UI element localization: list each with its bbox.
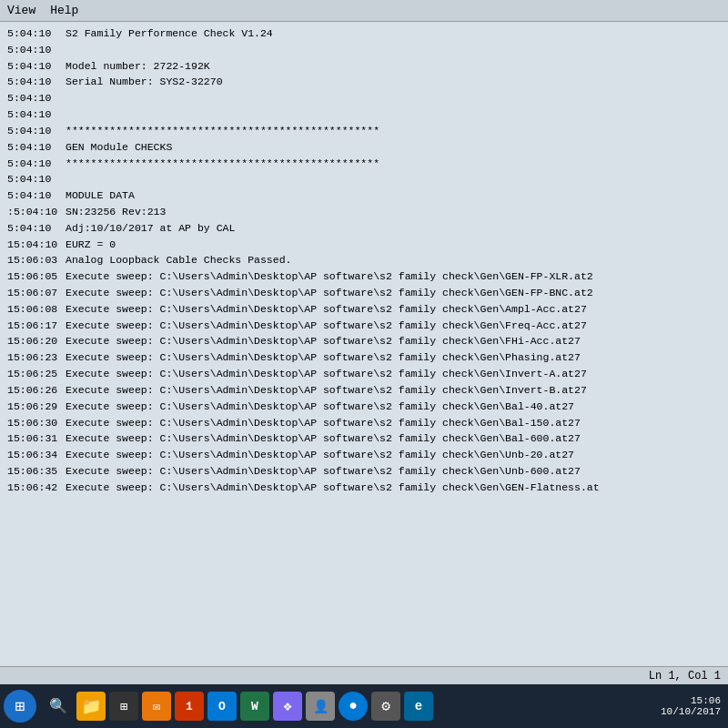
start-button[interactable] <box>4 690 36 723</box>
log-timestamp: 5:04:10 <box>7 220 62 237</box>
log-message: Execute sweep: C:\Users\Admin\Desktop\AP… <box>62 285 593 301</box>
log-timestamp: 15:06:05 <box>7 268 62 285</box>
log-line: 5:04:10Model number: 2722-192K <box>7 58 721 75</box>
log-timestamp: 15:06:42 <box>7 480 62 496</box>
log-timestamp: 15:06:20 <box>7 333 62 349</box>
log-line: 5:04:10 Adj:10/10/2017 at AP by CAL <box>7 220 721 237</box>
log-line: 15:06:07Execute sweep: C:\Users\Admin\De… <box>7 285 721 301</box>
log-line: 15:06:05Execute sweep: C:\Users\Admin\De… <box>7 268 721 285</box>
log-timestamp: 5:04:10 <box>7 187 62 204</box>
edge-icon[interactable]: e <box>404 692 433 721</box>
taskbar-clock: 15:06 10/10/2017 <box>661 695 721 717</box>
log-line: 5:04:10MODULE DATA <box>7 187 721 204</box>
log-timestamp: 15:06:17 <box>7 318 62 334</box>
log-line: 15:06:20Execute sweep: C:\Users\Admin\De… <box>7 333 721 349</box>
mail-icon[interactable]: ✉ <box>142 692 171 721</box>
chrome-icon[interactable]: ● <box>339 692 368 721</box>
log-message: Execute sweep: C:\Users\Admin\Desktop\AP… <box>62 463 581 480</box>
onepassword-icon[interactable]: 1 <box>175 692 204 721</box>
log-line: 5:04:10*********************************… <box>7 123 721 139</box>
log-timestamp: 15:06:34 <box>7 447 62 463</box>
log-message: Execute sweep: C:\Users\Admin\Desktop\AP… <box>62 268 593 285</box>
log-message: ****************************************… <box>62 123 379 139</box>
log-message: Analog Loopback Cable Checks Passed. <box>62 252 291 268</box>
log-line: 15:06:42Execute sweep: C:\Users\Admin\De… <box>7 480 721 496</box>
log-line: 15:06:25Execute sweep: C:\Users\Admin\De… <box>7 366 721 382</box>
status-bar: Ln 1, Col 1 <box>0 666 728 684</box>
log-timestamp: 15:06:31 <box>7 430 62 447</box>
log-message: EURZ = 0 <box>62 237 116 253</box>
log-line: 15:06:31Execute sweep: C:\Users\Admin\De… <box>7 430 721 447</box>
log-line: :5:04:10 SN:23256 Rev:213 <box>7 204 721 220</box>
log-timestamp: 15:06:29 <box>7 399 62 415</box>
log-timestamp: 15:06:26 <box>7 382 62 399</box>
log-timestamp: 5:04:10 <box>7 123 62 139</box>
log-timestamp: 15:06:23 <box>7 349 62 366</box>
log-message: Execute sweep: C:\Users\Admin\Desktop\AP… <box>62 349 581 366</box>
log-line: 15:06:17Execute sweep: C:\Users\Admin\De… <box>7 318 721 334</box>
log-message: Model number: 2722-192K <box>62 58 210 75</box>
log-timestamp: 5:04:10 <box>7 106 62 123</box>
log-timestamp: 15:04:10 <box>7 237 62 253</box>
cursor-position: Ln 1, Col 1 <box>649 670 721 682</box>
log-message: Execute sweep: C:\Users\Admin\Desktop\AP… <box>62 415 581 431</box>
log-timestamp: 5:04:10 <box>7 171 62 187</box>
log-line: 5:04:10 <box>7 90 721 106</box>
menu-help[interactable]: Help <box>50 4 78 17</box>
log-line: 5:04:10GEN Module CHECKS <box>7 139 721 156</box>
log-timestamp: 5:04:10 <box>7 25 62 42</box>
log-line: 5:04:10S2 Family Performence Check V1.24 <box>7 25 721 42</box>
log-timestamp: 5:04:10 <box>7 90 62 106</box>
log-message <box>62 171 66 187</box>
people-icon[interactable]: 👤 <box>306 692 335 721</box>
file-explorer-icon[interactable]: 📁 <box>76 692 106 721</box>
log-message: GEN Module CHECKS <box>62 139 172 156</box>
log-timestamp: 15:06:07 <box>7 285 62 301</box>
log-timestamp: 5:04:10 <box>7 156 62 172</box>
log-message: ****************************************… <box>62 156 379 172</box>
log-message: Execute sweep: C:\Users\Admin\Desktop\AP… <box>62 301 587 318</box>
settings-icon[interactable]: ⚙ <box>371 692 400 721</box>
log-timestamp: 5:04:10 <box>7 139 62 156</box>
log-message: Execute sweep: C:\Users\Admin\Desktop\AP… <box>62 333 581 349</box>
log-line: 15:06:26Execute sweep: C:\Users\Admin\De… <box>7 382 721 399</box>
log-line: 15:06:30Execute sweep: C:\Users\Admin\De… <box>7 415 721 431</box>
log-message: Execute sweep: C:\Users\Admin\Desktop\AP… <box>62 430 581 447</box>
log-message: Execute sweep: C:\Users\Admin\Desktop\AP… <box>62 399 574 415</box>
log-timestamp: 15:06:35 <box>7 463 62 480</box>
apps-icon[interactable]: ⊞ <box>109 692 138 721</box>
log-timestamp: 5:04:10 <box>7 74 62 90</box>
log-message: Serial Number: SYS2-32270 <box>62 74 223 90</box>
log-line: 15:06:35Execute sweep: C:\Users\Admin\De… <box>7 463 721 480</box>
log-message <box>62 90 66 106</box>
outlook-icon[interactable]: O <box>207 692 237 721</box>
log-message: MODULE DATA <box>62 187 135 204</box>
log-line: 15:06:08Execute sweep: C:\Users\Admin\De… <box>7 301 721 318</box>
log-line: 15:06:03Analog Loopback Cable Checks Pas… <box>7 252 721 268</box>
log-message <box>62 42 66 58</box>
log-timestamp: 15:06:30 <box>7 415 62 431</box>
msapps-icon[interactable]: ❖ <box>273 692 302 721</box>
log-timestamp: 15:06:25 <box>7 366 62 382</box>
log-timestamp: 5:04:10 <box>7 42 62 58</box>
word-icon[interactable]: W <box>240 692 269 721</box>
menu-view[interactable]: View <box>7 4 35 17</box>
log-message: SN:23256 Rev:213 <box>62 204 166 220</box>
log-message: Execute sweep: C:\Users\Admin\Desktop\AP… <box>62 480 600 496</box>
log-line: 5:04:10Serial Number: SYS2-32270 <box>7 74 721 90</box>
log-timestamp: 5:04:10 <box>7 58 62 75</box>
log-timestamp: 15:06:08 <box>7 301 62 318</box>
log-message: Adj:10/10/2017 at AP by CAL <box>62 220 235 237</box>
log-message: Execute sweep: C:\Users\Admin\Desktop\AP… <box>62 318 587 334</box>
search-button[interactable]: 🔍 <box>44 692 73 721</box>
log-timestamp: :5:04:10 <box>7 204 62 220</box>
terminal-output: 5:04:10S2 Family Performence Check V1.24… <box>0 22 728 666</box>
log-line: 5:04:10 <box>7 171 721 187</box>
menu-bar: View Help <box>0 0 728 22</box>
log-message: Execute sweep: C:\Users\Admin\Desktop\AP… <box>62 382 587 399</box>
log-message: Execute sweep: C:\Users\Admin\Desktop\AP… <box>62 447 574 463</box>
log-message: S2 Family Performence Check V1.24 <box>62 25 273 42</box>
log-line: 15:04:10 EURZ = 0 <box>7 237 721 253</box>
log-timestamp: 15:06:03 <box>7 252 62 268</box>
log-line: 15:06:23Execute sweep: C:\Users\Admin\De… <box>7 349 721 366</box>
